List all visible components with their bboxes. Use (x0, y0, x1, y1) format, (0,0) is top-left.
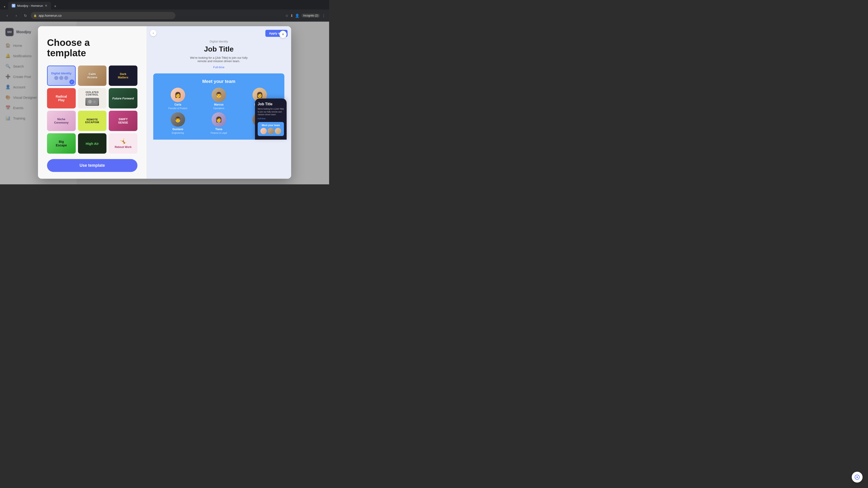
download-icon[interactable]: ⬇ (290, 13, 293, 18)
template-label-calm-access: CalmAccess (87, 72, 97, 79)
address-bar[interactable]: 🔒 app.homerun.co (31, 12, 176, 19)
forward-btn[interactable]: › (13, 12, 20, 19)
team-name-marcus: Marcus (214, 103, 223, 106)
tab-favicon: H (12, 4, 16, 7)
team-role-tiana: Finance & Legal (211, 132, 227, 134)
template-card-digital-identity[interactable]: Digital Identity ✓ (47, 66, 76, 86)
svg-point-2 (93, 101, 96, 103)
new-tab-btn[interactable]: + (52, 3, 58, 9)
template-label-niche-ceremony: NicheCeremony (54, 118, 69, 124)
template-label-high-air: High Air (86, 142, 99, 145)
team-section-title: Meet your team (159, 79, 279, 84)
team-role-marcus: Operations (213, 107, 224, 109)
template-card-niche-ceremony[interactable]: NicheCeremony (47, 111, 76, 131)
mobile-badge: Full-time (258, 118, 284, 120)
toolbar-right: ☆ ⬇ 👤 Incognito (2) ⋮ (285, 13, 326, 18)
template-card-dark-matters[interactable]: DarkMatters (109, 66, 137, 86)
template-modal: × Choose a template Digital Identity ✓ (38, 26, 291, 179)
template-card-big-escape[interactable]: BigEscape (47, 133, 76, 154)
team-role-carla: Founder & Product (168, 107, 187, 109)
profile-icon[interactable]: 👤 (295, 13, 300, 18)
url-text: app.homerun.co (39, 14, 61, 18)
template-label-future-forward: Future Forward (112, 97, 134, 100)
modal-title: Choose a template (47, 37, 137, 58)
team-name-gustavo: Gustavo (173, 128, 183, 131)
mobile-description: We're looking for a [Job Title] to join … (258, 107, 284, 116)
template-label-reboot-work: Reboot Work (115, 145, 131, 149)
mini-avatar-2 (59, 76, 63, 80)
browser-toolbar: ‹ › ↻ 🔒 app.homerun.co ☆ ⬇ 👤 Incognito (… (0, 9, 329, 22)
template-label-big-escape: BigEscape (56, 140, 67, 147)
template-card-high-air[interactable]: High Air (78, 133, 107, 154)
template-card-swift-sense[interactable]: SWIFTSENSE (109, 111, 137, 131)
mobile-avatar-2 (268, 128, 274, 134)
mobile-avatars (259, 128, 282, 134)
modal-overlay: × Choose a template Digital Identity ✓ (0, 22, 329, 184)
mobile-avatar-1 (260, 128, 267, 134)
use-template-btn[interactable]: Use template (47, 159, 137, 172)
browser-chrome: ▾ H Moodjoy - Homerun ✕ + ‹ › ↻ 🔒 app.ho… (0, 0, 329, 22)
tab-title: Moodjoy - Homerun (17, 4, 43, 7)
team-member-gustavo: 👨 Gustavo Engineering (159, 112, 197, 134)
template-card-reboot-work[interactable]: 🤸 Reboot Work (109, 133, 137, 154)
preview-content: Digital Identity Job Title We're looking… (147, 26, 291, 140)
isolated-control-image (86, 98, 99, 106)
active-tab[interactable]: H Moodjoy - Homerun ✕ (8, 2, 51, 9)
incognito-badge: Incognito (2) (301, 13, 320, 18)
templates-grid: Digital Identity ✓ CalmAccess DarkMatter… (47, 66, 137, 154)
team-member-marcus: 👨 Marcus Operations (199, 88, 238, 109)
tab-bar: ▾ H Moodjoy - Homerun ✕ + (0, 0, 329, 9)
preview-badge: Full-time (213, 66, 224, 69)
template-label-digital-identity: Digital Identity (51, 72, 72, 75)
mobile-team-section: Meet your team (258, 122, 284, 136)
lock-icon: 🔒 (33, 14, 37, 17)
digital-identity-avatars (54, 76, 68, 80)
mobile-job-title: Job Title (258, 102, 284, 106)
preview-back-btn[interactable]: ‹ (150, 30, 156, 36)
menu-icon[interactable]: ⋮ (322, 13, 326, 18)
template-card-isolated-control[interactable]: ISOLATEDCONTROL (78, 88, 107, 108)
modal-close-btn[interactable]: × (279, 31, 287, 38)
mini-avatar-3 (64, 76, 68, 80)
tab-close-btn[interactable]: ✕ (45, 4, 48, 7)
template-label-remote-escapism: REMOTEESCAPISM (85, 118, 99, 124)
team-role-gustavo: Engineering (172, 132, 184, 134)
back-btn[interactable]: ‹ (4, 12, 11, 19)
reload-btn[interactable]: ↻ (22, 12, 29, 19)
svg-point-1 (88, 100, 92, 103)
avatar-gustavo: 👨 (170, 112, 185, 127)
team-member-carla: 👩 Carla Founder & Product (159, 88, 197, 109)
template-label-isolated-control: ISOLATEDCONTROL (86, 91, 99, 96)
avatar-tiana: 👩 (212, 112, 226, 127)
avatar-marcus: 👨 (212, 88, 226, 102)
mini-avatar-1 (54, 76, 58, 80)
preview-description: We're looking for a [Job Title] to join … (187, 56, 250, 63)
template-card-remote-escapism[interactable]: REMOTEESCAPISM (78, 111, 107, 131)
reboot-work-icon: 🤸 (120, 138, 127, 144)
selected-checkmark: ✓ (69, 79, 74, 85)
team-name-tiana: Tiana (215, 128, 222, 131)
modal-right-panel: ‹ Apply now Digital Identity Job Title W… (147, 26, 291, 179)
template-card-future-forward[interactable]: Future Forward (109, 88, 137, 108)
avatar-carla: 👩 (170, 88, 185, 102)
template-label-radical-play: RadicalPlay (56, 95, 67, 102)
mobile-team-title: Meet your team (259, 124, 282, 127)
template-label-swift-sense: SWIFTSENSE (118, 118, 128, 124)
team-member-tiana: 👩 Tiana Finance & Legal (199, 112, 238, 134)
template-card-radical-play[interactable]: RadicalPlay (47, 88, 76, 108)
team-name-carla: Carla (175, 103, 181, 106)
bookmark-icon[interactable]: ☆ (285, 13, 288, 18)
mobile-avatar-3 (275, 128, 281, 134)
template-card-calm-access[interactable]: CalmAccess (78, 66, 107, 86)
preview-job-title: Job Title (204, 45, 234, 53)
modal-left-panel: Choose a template Digital Identity ✓ Ca (38, 26, 147, 179)
mobile-preview-card: Job Title We're looking for a [Job Title… (255, 98, 287, 140)
template-label-dark-matters: DarkMatters (118, 72, 128, 79)
tab-list-btn[interactable]: ▾ (2, 4, 7, 9)
preview-company: Digital Identity (210, 40, 228, 43)
team-section: Meet your team 👩 Carla Founder & Product… (153, 73, 284, 140)
